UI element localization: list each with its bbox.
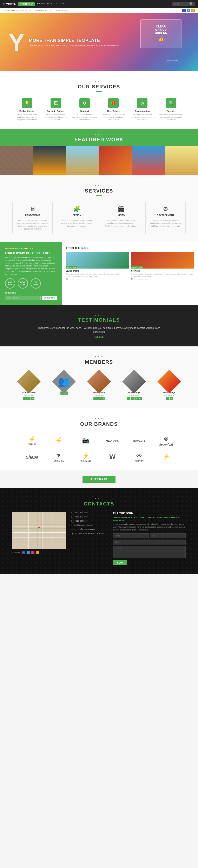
- purchase-button[interactable]: PURCHASE: [82, 476, 116, 483]
- member-icons-miam: t g+: [155, 397, 184, 400]
- portfolio-item-4[interactable]: [99, 146, 132, 175]
- nav-link-contact[interactable]: CONTACT: [56, 2, 67, 6]
- nav-link-pages[interactable]: PAGES: [37, 2, 45, 6]
- search-icon[interactable]: 🔍: [189, 2, 194, 6]
- follow-tw-icon[interactable]: t: [27, 551, 30, 554]
- brands-section: • • • OUR BRANDS ⚡ DISPLAY ⚡ 📷 MEDPARK N…: [0, 408, 198, 471]
- service2-icon-video: 🎬: [105, 206, 138, 212]
- services-dots: • • •: [12, 79, 186, 83]
- follow-rss-icon[interactable]: rss: [36, 551, 39, 554]
- form-name-input[interactable]: [113, 533, 149, 538]
- form-email-input[interactable]: [150, 533, 186, 538]
- search-input[interactable]: [173, 3, 189, 5]
- twitter-icon[interactable]: t: [187, 9, 190, 12]
- mockup-line2: UNIQUE: [155, 28, 167, 31]
- member-tw-icon[interactable]: t: [27, 397, 31, 400]
- portfolio-item-2[interactable]: [33, 146, 66, 175]
- member-icons-arthur: f t g+: [14, 397, 43, 400]
- blog-post-1[interactable]: ARCH. DEL Living dream Sed ut perspiciat…: [66, 252, 129, 280]
- brand-display1[interactable]: ⚡ DISPLAY: [22, 436, 42, 445]
- member-tw-icon-5[interactable]: t: [166, 397, 169, 400]
- subscribe-button[interactable]: SUBSCRIBE: [42, 296, 57, 300]
- member-icons-brian: f t g+ yt: [120, 397, 149, 400]
- blog-tag-2: LATEST DEL: [131, 266, 143, 269]
- stat-html: HTML 70%: [18, 278, 28, 288]
- form-subject-input[interactable]: [113, 539, 186, 545]
- brand-medpark[interactable]: MEDPARK: [102, 439, 123, 442]
- portfolio-item-1[interactable]: [0, 146, 33, 175]
- brand-2[interactable]: ⚡: [48, 437, 69, 444]
- hero-letter: Y: [8, 30, 25, 55]
- member-role-britney: Web Designer: [85, 394, 113, 396]
- service-item-support: ⚙ Support ut perspiciatis unde omnis ist…: [72, 98, 97, 121]
- member-gp-icon-4[interactable]: g+: [134, 397, 138, 400]
- follow-insta-icon[interactable]: in: [31, 551, 34, 554]
- service-icon-security: 🔍: [166, 98, 176, 108]
- brand-shape[interactable]: Shape: [22, 455, 42, 460]
- testimonials-section: • • • TESTIMONIALS Thank you very much f…: [0, 305, 198, 346]
- brand-sevenfold[interactable]: ⊗ Sevenfold: [156, 435, 176, 446]
- member-fb-icon[interactable]: f: [23, 397, 27, 400]
- email-text-1: info@yopta2014.com: [74, 524, 91, 526]
- portfolio-item-3[interactable]: [66, 146, 99, 175]
- blog-post-2[interactable]: LATEST DEL Crowded Nemo enim ipsam volup…: [131, 252, 194, 280]
- service2-name-design: DESIGN: [60, 214, 93, 218]
- brands-underline: [96, 429, 102, 429]
- facebook-icon[interactable]: f: [182, 9, 186, 12]
- nav-link-blog[interactable]: BLOG: [47, 2, 54, 6]
- contact-address: 📍 23 Main Street, Anytown CA 91765: [71, 532, 108, 535]
- service-icon-programming: W: [137, 98, 148, 108]
- brands-grid: ⚡ DISPLAY ⚡ 📷 MEDPARK NOVELTY ⊗ Sevenfol…: [12, 435, 186, 462]
- member-tw-icon-3[interactable]: t: [97, 397, 101, 400]
- portfolio-item-6[interactable]: [165, 146, 198, 175]
- nav-link-portfolio[interactable]: PORTFOLIO: [18, 2, 35, 6]
- brand-novelty[interactable]: NOVELTY: [129, 439, 150, 442]
- blog-views-1: 👁 0: [71, 278, 74, 280]
- member-fb-icon-3[interactable]: f: [93, 397, 97, 400]
- brand-icon-display2: 👁: [129, 453, 150, 459]
- view-more-button[interactable]: VIEW MORE: [164, 59, 181, 63]
- member-gp-icon-5[interactable]: g+: [169, 397, 173, 400]
- service2-development: ⚙ DEVELOPMENT Vestibulum ante ipsum prim…: [146, 202, 186, 234]
- brand-display2[interactable]: 👁 DISPLAY: [129, 453, 150, 462]
- phone-icon-2: 📞: [71, 516, 74, 519]
- brand-vulcano[interactable]: ⚡ VULCANO: [75, 453, 96, 462]
- blog-tag-1: ARCH. DEL: [66, 266, 77, 269]
- service-desc-gallery: sed ut perspiciatis unde omnis istewas n…: [43, 113, 68, 121]
- form-message-textarea[interactable]: [113, 546, 186, 558]
- brand-12[interactable]: ⚡: [156, 454, 176, 461]
- member-avatar-brian: [122, 370, 146, 393]
- brand-universe[interactable]: ▼ UNIVERSE: [48, 453, 69, 462]
- service2-icon-design: 🧩: [60, 206, 93, 212]
- blog-post-title-1: Living dream: [66, 270, 129, 272]
- service2-responsive: 🖥 RESPONSIVE Sed ut perspiciatis unde om…: [12, 202, 52, 234]
- email-icon-2: ✉: [71, 528, 73, 531]
- member-yt-icon-4[interactable]: yt: [138, 397, 142, 400]
- phone-icon-3: 📞: [71, 520, 74, 523]
- contacts-map-col: 📍 Follow us: f t in rss: [12, 512, 66, 566]
- brand-w[interactable]: W: [102, 453, 123, 462]
- subscribe-input[interactable]: [5, 296, 41, 300]
- logo-text: YOPTA: [6, 2, 16, 6]
- brand-camera[interactable]: 📷: [75, 437, 96, 444]
- member-gp-icon-3[interactable]: g+: [101, 397, 105, 400]
- service-desc-security: Nemo enim ipsam voluptatem quia voluptas…: [159, 113, 184, 121]
- rss-icon[interactable]: rss: [191, 9, 195, 12]
- brand-icon-camera: 📷: [75, 437, 96, 444]
- member-icons-britney: f t g+: [85, 397, 113, 400]
- brand-name-vulcano: VULCANO: [75, 460, 96, 462]
- send-button[interactable]: SEND: [113, 560, 127, 565]
- member-fb-icon-4[interactable]: f: [127, 397, 130, 400]
- services2-underline: [96, 195, 102, 196]
- member-tw-icon-4[interactable]: t: [130, 397, 134, 400]
- member-gp-icon[interactable]: g+: [31, 397, 34, 400]
- brand-name-display1: DISPLAY: [22, 443, 42, 445]
- subscribe-label: SUBSCRIBE: [5, 292, 57, 294]
- brand-name-shape: Shape: [22, 455, 42, 460]
- purchase-banner: PURCHASE: [0, 471, 198, 488]
- portfolio-item-5[interactable]: [132, 146, 165, 175]
- stats-row: CSS 90% HTML 70% PHP 80%: [5, 278, 57, 288]
- follow-fb-icon[interactable]: f: [22, 551, 25, 554]
- member-avatar-inner-miam: [157, 370, 181, 393]
- service2-icon-development: ⚙: [149, 206, 182, 212]
